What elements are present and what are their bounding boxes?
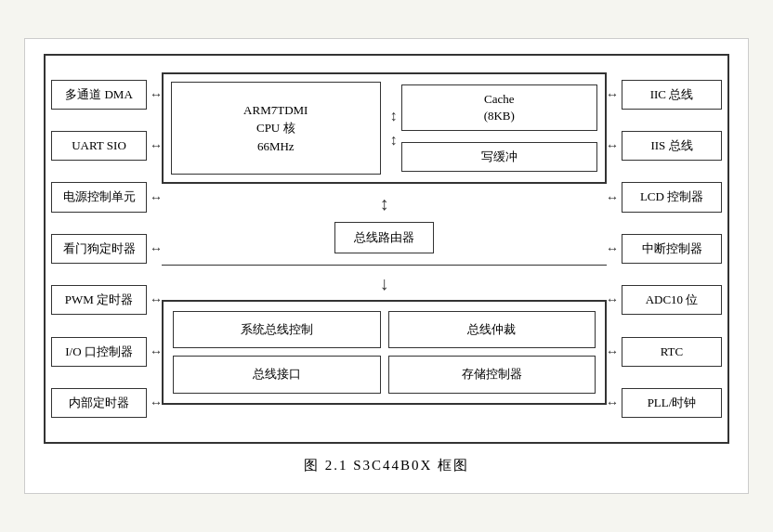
io-block: I/O 口控制器	[51, 337, 147, 367]
interrupt-block: 中断控制器	[622, 234, 722, 264]
watchdog-block: 看门狗定时器	[51, 234, 147, 264]
center-area: ARM7TDMICPU 核66MHz ↕ ↕ Cache(8KB) 写缓冲	[152, 65, 616, 433]
diagram-title: 图 2.1 S3C44B0X 框图	[44, 457, 729, 474]
sysctrl-block: 系统总线控制	[173, 311, 381, 348]
page-container: 多通道 DMA UART SIO 电源控制单元 看门狗定时器 PWM 定时器 I…	[24, 38, 749, 494]
rtc-block: RTC	[622, 337, 722, 367]
right-column: IIC 总线 IIS 总线 LCD 控制器 中断控制器 ADC10 位 RTC …	[616, 65, 727, 433]
cpu-cache-arrows: ↕ ↕	[386, 74, 401, 182]
adc-block: ADC10 位	[622, 285, 722, 315]
pwm-block: PWM 定时器	[51, 285, 147, 315]
bidirectional-arrow-bottom: ↕	[390, 132, 398, 149]
vertical-arrows-2: ↓	[380, 273, 389, 294]
cache-write-area: Cache(8KB) 写缓冲	[401, 74, 606, 182]
lcd-block: LCD 控制器	[622, 182, 722, 212]
pll-block: PLL/时钟	[622, 388, 722, 418]
vertical-arrows-1: ↕	[380, 193, 389, 214]
memctrl-block: 存储控制器	[388, 356, 596, 393]
timer-block: 内部定时器	[51, 388, 147, 418]
iis-block: IIS 总线	[622, 131, 722, 161]
dma-block: 多通道 DMA	[51, 80, 147, 110]
write-buffer-block: 写缓冲	[401, 142, 598, 172]
cpu-block: ARM7TDMICPU 核66MHz	[171, 82, 381, 175]
outer-box: 多通道 DMA UART SIO 电源控制单元 看门狗定时器 PWM 定时器 I…	[44, 54, 729, 444]
busarb-block: 总线仲裁	[388, 311, 596, 348]
down-arrow-2: ↓	[380, 273, 389, 294]
cache-label: Cache(8KB)	[484, 92, 515, 123]
cpu-label: ARM7TDMICPU 核66MHz	[243, 101, 308, 156]
busif-block: 总线接口	[173, 356, 381, 393]
inner-upper-box: ARM7TDMICPU 核66MHz ↕ ↕ Cache(8KB) 写缓冲	[162, 72, 607, 184]
uart-block: UART SIO	[51, 131, 147, 161]
left-column: 多通道 DMA UART SIO 电源控制单元 看门狗定时器 PWM 定时器 I…	[46, 65, 152, 433]
power-block: 电源控制单元	[51, 182, 147, 212]
iic-block: IIC 总线	[622, 80, 722, 110]
write-buffer-label: 写缓冲	[481, 149, 518, 163]
bus-router-block: 总线路由器	[334, 222, 434, 253]
cache-block: Cache(8KB)	[401, 84, 598, 131]
inner-lower-box: 系统总线控制 总线仲裁 总线接口 存储控制器	[162, 300, 607, 404]
h-separator	[162, 265, 607, 266]
bidirectional-arrow-top: ↕	[390, 108, 398, 124]
down-arrow-1: ↕	[380, 193, 389, 214]
